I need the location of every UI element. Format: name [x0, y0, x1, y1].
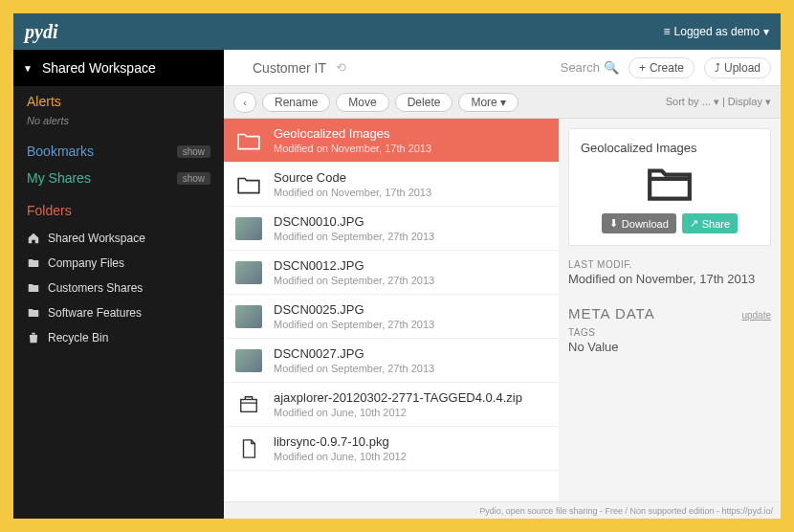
sidebar-item-label: Customers Shares — [48, 281, 143, 295]
sidebar-item-label: Recycle Bin — [48, 331, 108, 344]
file-modified: Modified on September, 27th 2013 — [274, 275, 434, 286]
more-button[interactable]: More ▾ — [458, 93, 518, 112]
file-modified: Modified on June, 10th 2012 — [274, 451, 407, 462]
plus-icon: + — [639, 61, 646, 75]
alerts-heading[interactable]: Alerts — [13, 86, 224, 113]
sidebar-item[interactable]: Shared Workspace — [13, 226, 224, 251]
sidebar-item[interactable]: Software Features — [13, 300, 224, 325]
share-icon: ↗ — [690, 217, 698, 230]
sidebar-item[interactable]: Recycle Bin — [13, 325, 224, 350]
file-name: DSCN0012.JPG — [274, 258, 434, 273]
file-row[interactable]: Source CodeModified on November, 17th 20… — [224, 163, 559, 207]
update-metadata-link[interactable]: update — [741, 310, 771, 321]
file-modified: Modified on November, 17th 2013 — [274, 187, 431, 198]
last-modif-value: Modified on November, 17th 2013 — [568, 272, 771, 286]
file-row[interactable]: DSCN0025.JPGModified on September, 27th … — [224, 295, 559, 339]
no-alerts-text: No alerts — [13, 113, 224, 136]
file-row[interactable]: DSCN0027.JPGModified on September, 27th … — [224, 339, 559, 383]
upload-icon: ⤴ — [715, 61, 720, 75]
sidebar-item-label: Shared Workspace — [48, 232, 145, 245]
file-modified: Modified on September, 27th 2013 — [274, 319, 434, 330]
svg-rect-0 — [241, 399, 257, 411]
breadcrumb[interactable]: Customer IT — [253, 60, 326, 76]
folder-icon — [646, 163, 694, 206]
sidebar-item-label: Software Features — [48, 306, 142, 320]
show-bookmarks-button[interactable]: show — [177, 145, 210, 158]
workspace-selector[interactable]: ▼ Shared Workspace — [13, 50, 224, 86]
search-icon: 🔍 — [604, 60, 619, 75]
top-bar: pydi ≡ Logged as demo ▾ — [13, 13, 781, 50]
back-button[interactable]: ‹ — [233, 92, 256, 113]
create-button[interactable]: +Create — [629, 57, 695, 78]
file-name: librsync-0.9.7-10.pkg — [274, 434, 407, 449]
file-modified: Modified on September, 27th 2013 — [274, 363, 434, 374]
chevron-down-icon: ▼ — [23, 63, 33, 74]
logo: pydi — [25, 21, 57, 43]
file-name: DSCN0027.JPG — [274, 346, 434, 361]
file-modified: Modified on September, 27th 2013 — [274, 231, 434, 242]
file-name: ajaxplorer-20120302-2771-TAGGED4.0.4.zip — [274, 390, 522, 405]
show-myshares-button[interactable]: show — [177, 172, 210, 185]
workspace-name: Shared Workspace — [42, 60, 156, 76]
share-button[interactable]: ↗Share — [682, 213, 738, 233]
sidebar-item[interactable]: Customers Shares — [13, 276, 224, 300]
breadcrumb-bar: Customer IT ⟲ Search 🔍 +Create ⤴Upload — [224, 50, 781, 86]
detail-title: Geolocalized Images — [581, 141, 696, 155]
file-modified: Modified on June, 10th 2012 — [274, 407, 522, 418]
myshares-heading[interactable]: My Shares show — [13, 163, 224, 189]
metadata-heading: META DATA — [568, 305, 655, 321]
last-modif-label: LAST MODIF. — [568, 259, 771, 270]
tags-label: TAGS — [568, 327, 771, 338]
file-name: DSCN0025.JPG — [274, 302, 434, 317]
file-row[interactable]: Geolocalized ImagesModified on November,… — [224, 119, 559, 163]
file-name: Source Code — [274, 170, 431, 185]
folders-heading: Folders — [13, 189, 224, 222]
download-button[interactable]: ⬇Download — [602, 213, 676, 233]
file-row[interactable]: librsync-0.9.7-10.pkgModified on June, 1… — [224, 427, 559, 471]
tags-value: No Value — [568, 340, 771, 354]
refresh-icon[interactable]: ⟲ — [336, 60, 346, 75]
file-name: Geolocalized Images — [274, 126, 431, 141]
sort-by-button[interactable]: Sort by ... ▾ — [666, 96, 719, 107]
file-row[interactable]: ajaxplorer-20120302-2771-TAGGED4.0.4.zip… — [224, 383, 559, 427]
display-button[interactable]: Display ▾ — [728, 96, 771, 107]
rename-button[interactable]: Rename — [262, 93, 330, 112]
menu-icon: ≡ — [664, 25, 671, 38]
download-icon: ⬇ — [609, 217, 618, 230]
file-modified: Modified on November, 17th 2013 — [274, 143, 431, 154]
logged-as-menu[interactable]: ≡ Logged as demo ▾ — [664, 25, 769, 38]
file-list: Geolocalized ImagesModified on November,… — [224, 119, 559, 501]
sidebar-item[interactable]: Company Files — [13, 251, 224, 276]
logged-label: Logged as demo — [674, 25, 760, 38]
file-name: DSCN0010.JPG — [274, 214, 434, 229]
footer-text: Pydio, open source file sharing - Free /… — [224, 501, 781, 519]
bookmarks-heading[interactable]: Bookmarks show — [13, 136, 224, 163]
toolbar: ‹ Rename Move Delete More ▾ Sort by ... … — [224, 86, 781, 119]
chevron-down-icon: ▾ — [763, 25, 769, 38]
sidebar: ▼ Shared Workspace Alerts No alerts Book… — [13, 50, 224, 519]
file-row[interactable]: DSCN0010.JPGModified on September, 27th … — [224, 207, 559, 251]
delete-button[interactable]: Delete — [395, 93, 453, 112]
search-button[interactable]: Search 🔍 — [561, 60, 619, 75]
file-row[interactable]: DSCN0012.JPGModified on September, 27th … — [224, 251, 559, 295]
upload-button[interactable]: ⤴Upload — [704, 57, 771, 78]
move-button[interactable]: Move — [336, 93, 388, 112]
sidebar-item-label: Company Files — [48, 256, 124, 270]
detail-panel: Geolocalized Images ⬇Download ↗Share LAS… — [559, 119, 781, 501]
